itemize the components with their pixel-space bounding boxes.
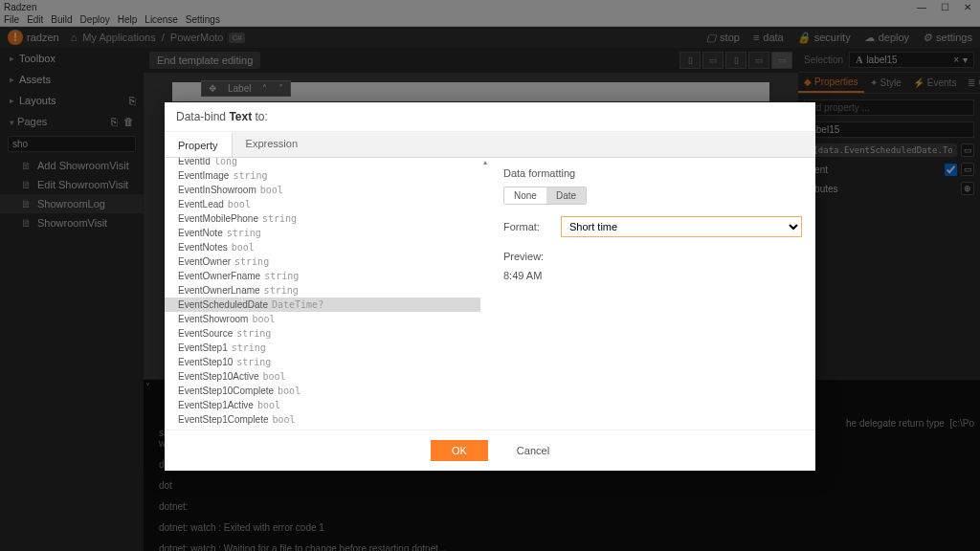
property-item[interactable]: EventInShowroombool (165, 183, 480, 197)
property-item[interactable]: EventStep1string (165, 341, 480, 355)
property-item[interactable]: EventIdlong (165, 158, 480, 168)
property-item[interactable]: EventMobilePhonestring (165, 211, 480, 226)
preview-value: 8:49 AM (503, 270, 802, 281)
dialog-title: Data-bind Text to: (165, 102, 815, 132)
preview-label: Preview: (503, 251, 802, 262)
modal-overlay: Data-bind Text to: Property Expression E… (0, 0, 980, 551)
property-item[interactable]: EventStep10string (165, 355, 480, 369)
scroll-up-icon[interactable]: ▴ (480, 158, 490, 166)
property-item[interactable]: EventOwnerLnamestring (165, 283, 480, 298)
tab-expression[interactable]: Expression (233, 132, 311, 157)
property-list[interactable]: EventIdlongEventImagestringEventInShowro… (165, 158, 480, 430)
property-item[interactable]: EventStep1Activebool (165, 398, 480, 412)
toggle-none[interactable]: None (504, 187, 546, 204)
property-item[interactable]: EventStep10Activebool (165, 369, 480, 384)
format-heading: Data formatting (503, 167, 802, 179)
format-label: Format: (503, 221, 551, 232)
property-item[interactable]: EventNotesbool (165, 240, 480, 254)
property-item[interactable]: EventImagestring (165, 168, 480, 183)
property-item[interactable]: EventStep10Completebool (165, 384, 480, 398)
format-toggle: None Date (503, 187, 587, 205)
format-pane: Data formatting None Date Format: Short … (490, 158, 815, 430)
cancel-button[interactable]: Cancel (517, 440, 549, 461)
toggle-date[interactable]: Date (546, 187, 586, 204)
property-item[interactable]: EventShowroombool (165, 312, 480, 326)
property-item[interactable]: EventScheduledDateDateTime? (165, 298, 480, 312)
property-item[interactable]: EventLeadbool (165, 197, 480, 211)
property-item[interactable]: EventSourcestring (165, 326, 480, 341)
property-item[interactable]: EventOwnerFnamestring (165, 269, 480, 283)
format-select[interactable]: Short time (561, 216, 802, 237)
databind-dialog: Data-bind Text to: Property Expression E… (165, 102, 815, 471)
tab-property[interactable]: Property (165, 132, 233, 157)
property-item[interactable]: EventOwnerstring (165, 254, 480, 269)
property-item[interactable]: EventNotestring (165, 226, 480, 240)
ok-button[interactable]: OK (431, 440, 488, 461)
property-item[interactable]: EventStep1Completebool (165, 412, 480, 427)
